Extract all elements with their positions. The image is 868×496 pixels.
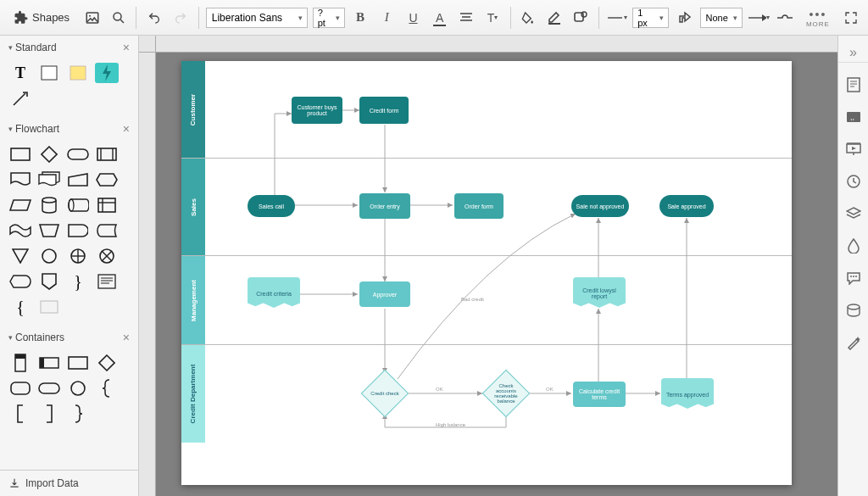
shape-rect-plain[interactable] xyxy=(37,297,61,317)
shape-process[interactable] xyxy=(8,144,32,164)
shape-predefined[interactable] xyxy=(95,144,119,164)
shape-brace-right[interactable]: } xyxy=(66,271,90,292)
shape-summing[interactable] xyxy=(95,246,119,266)
undo-button[interactable] xyxy=(143,7,164,29)
line-routing-button[interactable] xyxy=(674,7,695,29)
node-credit-criteria[interactable]: Credit criteria xyxy=(248,277,300,309)
shape-merge[interactable] xyxy=(8,246,32,266)
node-order-form[interactable]: Order form xyxy=(454,193,504,219)
shape-database[interactable] xyxy=(37,195,61,215)
shape-note-block[interactable] xyxy=(95,271,119,292)
line-style-button[interactable]: ▾ xyxy=(606,7,627,29)
shape-block[interactable] xyxy=(37,63,61,83)
font-size-select[interactable]: ?pt xyxy=(313,8,345,28)
italic-button[interactable]: I xyxy=(376,7,398,29)
shape-swimlane-h[interactable] xyxy=(37,353,61,373)
category-flowchart-header[interactable]: ▾Flowchart× xyxy=(0,117,138,141)
layers-button[interactable] xyxy=(843,203,864,224)
redo-button[interactable] xyxy=(170,7,192,29)
stroke-width-select[interactable]: 1 px xyxy=(632,8,669,28)
history-button[interactable] xyxy=(843,171,864,192)
node-approver[interactable]: Approver xyxy=(359,281,410,307)
shape-stored-data[interactable] xyxy=(95,220,119,241)
underline-button[interactable]: U xyxy=(403,7,424,29)
shape-brace-left[interactable]: { xyxy=(8,297,32,317)
image-button[interactable] xyxy=(81,7,103,29)
shapes-menu-button[interactable]: Shapes xyxy=(7,8,76,28)
collapse-right-button[interactable]: » xyxy=(838,42,868,63)
node-sales-call[interactable]: Sales call xyxy=(248,195,295,217)
data-button[interactable] xyxy=(843,300,864,320)
canvas-area[interactable]: Customer Sales Management Credit Departm… xyxy=(139,36,837,496)
line-hop-button[interactable] xyxy=(775,7,796,29)
fullscreen-button[interactable] xyxy=(840,7,861,29)
close-icon[interactable]: × xyxy=(123,331,130,344)
node-customer-buys[interactable]: Customer buys product xyxy=(292,97,342,124)
node-credit-check[interactable]: Credit check xyxy=(361,370,409,417)
page[interactable]: Customer Sales Management Credit Departm… xyxy=(181,61,792,485)
search-button[interactable] xyxy=(108,7,129,29)
node-order-entry[interactable]: Order entry xyxy=(359,193,410,219)
shape-connector[interactable] xyxy=(37,246,61,266)
shape-manual-input[interactable] xyxy=(66,170,90,190)
shape-paper-tape[interactable] xyxy=(8,220,32,241)
text-color-button[interactable]: A xyxy=(429,7,450,29)
shape-arrow-line[interactable] xyxy=(8,88,32,109)
shape-container-round[interactable] xyxy=(8,378,32,398)
shape-display[interactable] xyxy=(8,271,32,292)
text-more-button[interactable]: T▾ xyxy=(481,7,503,29)
stroke-color-button[interactable] xyxy=(544,7,565,29)
more-button[interactable]: ••• MORE xyxy=(806,8,830,28)
shape-swimlane-v[interactable] xyxy=(8,353,32,373)
bold-button[interactable]: B xyxy=(350,7,371,29)
text-align-button[interactable] xyxy=(455,7,476,29)
close-icon[interactable]: × xyxy=(123,122,130,136)
shape-delay[interactable] xyxy=(66,220,90,241)
shape-data[interactable] xyxy=(8,195,32,215)
node-sale-not-approved[interactable]: Sale not approved xyxy=(571,195,629,217)
theme-button[interactable] xyxy=(843,236,864,256)
shape-document[interactable] xyxy=(8,170,32,190)
category-containers-header[interactable]: ▾Containers× xyxy=(0,326,138,349)
shape-container-diamond[interactable] xyxy=(95,353,119,373)
close-icon[interactable]: × xyxy=(123,41,130,54)
shape-style-button[interactable] xyxy=(570,7,592,29)
shape-manual-op[interactable] xyxy=(37,220,61,241)
shape-brace-l[interactable] xyxy=(95,378,119,398)
shape-offpage[interactable] xyxy=(37,271,61,292)
shape-container-circle[interactable] xyxy=(66,378,90,398)
shape-terminator[interactable] xyxy=(66,144,90,164)
shape-text[interactable]: T xyxy=(8,63,32,83)
shape-bracket-r[interactable] xyxy=(37,404,61,424)
node-terms-approved[interactable]: Terms approved xyxy=(661,378,714,410)
page-notes-button[interactable] xyxy=(843,75,864,95)
import-data-button[interactable]: Import Data xyxy=(0,470,138,496)
lane-customer[interactable]: Customer xyxy=(181,61,792,159)
present-button[interactable] xyxy=(843,139,864,159)
shape-container-pill[interactable] xyxy=(37,378,61,398)
shape-bracket-l[interactable] xyxy=(8,404,32,424)
fill-color-button[interactable] xyxy=(518,7,539,29)
font-family-select[interactable]: Liberation Sans xyxy=(206,8,308,28)
shape-brace-r[interactable] xyxy=(66,404,90,424)
node-credit-report[interactable]: Credit lowysl report xyxy=(573,277,626,309)
shape-internal-storage[interactable] xyxy=(95,195,119,215)
shape-multidoc[interactable] xyxy=(37,170,61,190)
shape-or[interactable] xyxy=(66,246,90,266)
line-end-arrow-button[interactable]: ▾ xyxy=(748,7,770,29)
line-start-select[interactable]: None xyxy=(700,8,742,28)
comments-button[interactable]: ,, xyxy=(843,107,864,127)
node-calculate-terms[interactable]: Calculate credit terms xyxy=(573,382,626,407)
chat-button[interactable] xyxy=(843,268,864,288)
magic-button[interactable] xyxy=(843,332,864,353)
shape-container-rect[interactable] xyxy=(66,353,90,373)
shape-direct-data[interactable] xyxy=(66,195,90,215)
node-sale-approved[interactable]: Sale approved xyxy=(659,195,714,217)
node-check-accounts[interactable]: Check accounts receivable balance xyxy=(482,370,530,417)
category-standard-header[interactable]: ▾Standard× xyxy=(0,36,138,59)
node-credit-form[interactable]: Credit form xyxy=(359,97,409,124)
shape-note[interactable] xyxy=(66,63,90,83)
shape-hotspot[interactable] xyxy=(95,63,119,83)
shape-preparation[interactable] xyxy=(95,170,119,190)
shape-decision[interactable] xyxy=(37,144,61,164)
